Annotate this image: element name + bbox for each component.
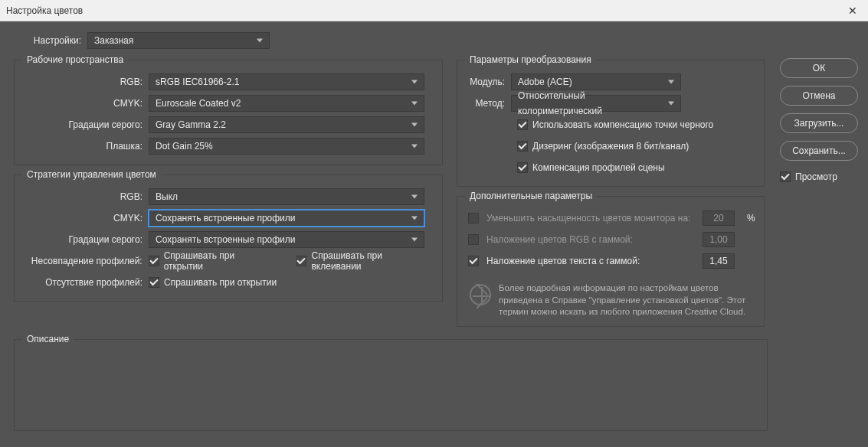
workspaces-fieldset: Рабочие пространства RGB: sRGB IEC61966-…: [14, 60, 443, 165]
cancel-button[interactable]: Отмена: [780, 86, 858, 106]
settings-select[interactable]: Заказная: [87, 32, 270, 49]
policy-cmyk-label: CMYK:: [22, 213, 149, 224]
check-icon: [468, 234, 479, 245]
rgb-label: RGB:: [22, 77, 149, 87]
check-icon: [468, 213, 479, 224]
check-icon: [296, 256, 307, 266]
check-icon: [468, 256, 479, 266]
conversion-legend: Параметры преобразования: [465, 54, 596, 65]
desaturate-input[interactable]: 20: [703, 210, 735, 226]
blend-rgb-input[interactable]: 1,00: [703, 232, 735, 247]
color-wheel-icon: [470, 284, 491, 305]
close-icon[interactable]: ✕: [843, 3, 862, 18]
ok-button[interactable]: ОК: [780, 58, 858, 78]
policy-rgb-label: RGB:: [22, 191, 149, 202]
workspace-gray-select[interactable]: Gray Gamma 2.2: [149, 116, 424, 133]
check-icon: [517, 119, 528, 130]
settings-label: Настройки:: [14, 35, 87, 46]
intent-select[interactable]: Относительный колориметрический: [511, 95, 681, 112]
bpc-checkbox[interactable]: Использовать компенсацию точки черного: [517, 119, 713, 130]
mismatch-ask-paste-checkbox[interactable]: Спрашивать при вклеивании: [296, 250, 435, 272]
workspaces-legend: Рабочие пространства: [22, 54, 128, 65]
policy-gray-label: Градации серого:: [22, 234, 149, 245]
blend-text-checkbox[interactable]: [468, 256, 479, 266]
desaturate-checkbox[interactable]: [468, 213, 479, 224]
blend-rgb-label: Наложение цветов RGB с гаммой:: [486, 234, 695, 245]
desaturate-label: Уменьшить насыщенность цветов монитора н…: [486, 213, 695, 224]
policies-fieldset: Стратегии управления цветом RGB: Выкл CM…: [14, 175, 443, 302]
blend-rgb-checkbox[interactable]: [468, 234, 479, 245]
window-title: Настройка цветов: [6, 5, 83, 16]
check-icon: [780, 171, 791, 182]
save-button[interactable]: Сохранить...: [780, 141, 858, 161]
workspace-spot-select[interactable]: Dot Gain 25%: [149, 138, 424, 155]
missing-ask-open-checkbox[interactable]: Спрашивать при открытии: [149, 277, 277, 288]
advanced-info-text: Более подробная информация по настройкам…: [499, 282, 756, 318]
scene-checkbox[interactable]: Компенсация профилей сцены: [517, 162, 665, 173]
policy-rgb-select[interactable]: Выкл: [149, 188, 424, 205]
check-icon: [149, 256, 159, 266]
blend-text-input[interactable]: 1,45: [703, 253, 735, 269]
description-fieldset: Описание: [14, 339, 768, 431]
spot-label: Плашка:: [22, 141, 149, 152]
workspace-rgb-select[interactable]: sRGB IEC61966-2.1: [149, 73, 424, 90]
check-icon: [517, 162, 528, 173]
conversion-fieldset: Параметры преобразования Модуль: Adobe (…: [457, 60, 765, 187]
load-button[interactable]: Загрузить...: [780, 113, 858, 133]
gray-label: Градации серого:: [22, 119, 149, 130]
cmyk-label: CMYK:: [22, 98, 149, 109]
titlebar: Настройка цветов ✕: [0, 0, 868, 21]
advanced-legend: Дополнительные параметры: [465, 191, 597, 201]
engine-label: Модуль:: [465, 77, 511, 87]
check-icon: [517, 141, 528, 152]
policy-cmyk-select[interactable]: Сохранять встроенные профили: [149, 210, 424, 227]
percent-sign: %: [747, 213, 755, 224]
preview-checkbox[interactable]: Просмотр: [780, 171, 837, 182]
intent-label: Метод:: [465, 98, 511, 109]
policies-legend: Стратегии управления цветом: [22, 169, 161, 180]
description-legend: Описание: [22, 334, 74, 344]
mismatch-label: Несовпадение профилей:: [22, 256, 149, 266]
dither-checkbox[interactable]: Дизеринг (изображения 8 бит/канал): [517, 141, 689, 152]
dialog-body: Настройки: Заказная Рабочие пространства…: [0, 21, 868, 447]
check-icon: [149, 277, 159, 288]
blend-text-label: Наложение цветов текста с гаммой:: [486, 256, 695, 266]
missing-label: Отсутствие профилей:: [22, 277, 149, 288]
workspace-cmyk-select[interactable]: Euroscale Coated v2: [149, 95, 424, 112]
mismatch-ask-open-checkbox[interactable]: Спрашивать при открытии: [149, 250, 277, 272]
policy-gray-select[interactable]: Сохранять встроенные профили: [149, 231, 424, 248]
advanced-fieldset: Дополнительные параметры Уменьшить насыщ…: [457, 196, 765, 327]
